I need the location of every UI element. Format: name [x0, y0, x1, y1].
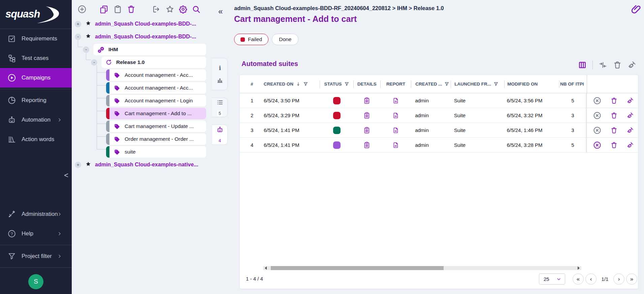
- tree-node-test[interactable]: Order management - Order ...: [72, 133, 210, 145]
- horizontal-scrollbar[interactable]: [263, 266, 581, 270]
- filter-icon[interactable]: [303, 81, 308, 87]
- report-icon[interactable]: [392, 142, 399, 149]
- column-header-report[interactable]: REPORT: [381, 80, 411, 88]
- report-icon[interactable]: [392, 112, 399, 119]
- attachments-icon[interactable]: [631, 4, 641, 15]
- sidebar-item-automation[interactable]: Automation: [0, 110, 72, 130]
- breadcrumb[interactable]: admin_Squash Cloud-examples-BDD-RF_20240…: [234, 5, 444, 11]
- tab-information[interactable]: i: [212, 58, 228, 90]
- collapse-icon[interactable]: -: [83, 46, 89, 53]
- tree-node-test-selected[interactable]: Cart management - Add to ...: [72, 107, 210, 120]
- suite-report-cell[interactable]: [380, 108, 411, 123]
- report-icon[interactable]: [392, 97, 399, 104]
- table-row[interactable]: 4 6/5/24, 1:41 PM admin Suite 6/5/24, 3:…: [240, 138, 638, 153]
- suite-report-cell[interactable]: [380, 123, 411, 137]
- table-row[interactable]: 3 6/5/24, 1:41 PM admin Suite 6/5/24, 1:…: [240, 123, 638, 138]
- sidebar-item-project-filter[interactable]: Project filter: [0, 247, 72, 266]
- clean-suites-icon[interactable]: [627, 61, 636, 69]
- delete-icon[interactable]: [610, 97, 618, 104]
- suite-details-cell[interactable]: [353, 138, 380, 152]
- column-header-created-by[interactable]: CREATED ...: [411, 80, 451, 88]
- scrollbar-thumb[interactable]: [271, 266, 444, 270]
- filter-icon[interactable]: [444, 81, 449, 87]
- user-avatar[interactable]: S: [28, 274, 43, 289]
- tree-node-iteration[interactable]: - Release 1.0: [72, 56, 210, 69]
- tree-node-test[interactable]: Account management - Acc...: [72, 81, 210, 94]
- details-icon[interactable]: [363, 112, 371, 119]
- column-header-details[interactable]: DETAILS: [354, 80, 380, 88]
- columns-icon[interactable]: [578, 61, 587, 69]
- delete-icon[interactable]: [610, 112, 618, 119]
- suite-report-cell[interactable]: [380, 138, 411, 152]
- collapse-icon[interactable]: -: [75, 34, 81, 40]
- collapse-icon[interactable]: -: [91, 59, 97, 66]
- add-node-icon[interactable]: [77, 5, 87, 14]
- scroll-right-icon[interactable]: [577, 266, 580, 270]
- collapse-tree-chevron[interactable]: «: [218, 7, 223, 16]
- table-row[interactable]: 2 6/5/24, 3:29 PM admin Suite 6/5/24, 3:…: [240, 108, 638, 123]
- last-page-button[interactable]: »: [626, 273, 637, 285]
- cancel-icon[interactable]: [593, 126, 602, 135]
- delete-icon[interactable]: [610, 127, 618, 134]
- favorites-icon[interactable]: [165, 5, 174, 14]
- tree-node-test[interactable]: Account management - Login: [72, 94, 210, 107]
- details-icon[interactable]: [363, 141, 371, 149]
- report-icon[interactable]: [392, 127, 399, 134]
- tree-node-test[interactable]: suite: [72, 145, 210, 158]
- details-icon[interactable]: [363, 97, 371, 104]
- sidebar-item-help[interactable]: ? Help: [0, 224, 72, 243]
- column-header-status[interactable]: STATUS: [320, 80, 353, 88]
- column-header-created-on[interactable]: CREATED ON: [260, 80, 320, 88]
- tree-node-project[interactable]: + admin_Squash Cloud-examples-native...: [72, 158, 210, 171]
- cancel-icon[interactable]: [593, 96, 602, 105]
- tree-node-folder[interactable]: - IHM: [72, 43, 210, 56]
- tab-test-plan[interactable]: 5: [212, 98, 228, 117]
- filter-icon[interactable]: [493, 81, 498, 87]
- sidebar-item-test-cases[interactable]: Test cases: [0, 48, 72, 68]
- done-status-chip[interactable]: Done: [272, 34, 298, 45]
- suite-details-cell[interactable]: [353, 108, 380, 123]
- next-page-button[interactable]: ›: [613, 273, 624, 285]
- sidebar-collapse-chevron[interactable]: <: [64, 171, 68, 180]
- delete-node-icon[interactable]: [127, 5, 136, 14]
- clean-icon[interactable]: [626, 141, 634, 149]
- column-header-modified-on[interactable]: MODIFIED ON: [505, 80, 559, 88]
- copy-icon[interactable]: [99, 5, 108, 14]
- expand-icon[interactable]: +: [75, 162, 81, 168]
- column-header-nb-itpi[interactable]: NB OF ITPI: [559, 80, 587, 88]
- squash-logo[interactable]: squash: [0, 0, 72, 29]
- sidebar-item-administration[interactable]: Administration: [0, 204, 72, 224]
- column-header-launched-from[interactable]: LAUNCHED FR...: [451, 80, 504, 88]
- clean-icon[interactable]: [626, 127, 634, 134]
- clean-icon[interactable]: [626, 112, 634, 119]
- consolidate-icon[interactable]: [599, 61, 607, 69]
- export-icon[interactable]: [152, 5, 161, 14]
- tab-automated-suites[interactable]: 4: [212, 125, 228, 145]
- suite-report-cell[interactable]: [380, 93, 411, 108]
- tree-node-test[interactable]: Account management - Acc...: [72, 69, 210, 81]
- clean-icon[interactable]: [626, 97, 634, 104]
- paste-icon[interactable]: [113, 5, 122, 14]
- suite-details-cell[interactable]: [353, 93, 380, 108]
- table-row[interactable]: 1 6/5/24, 3:50 PM admin Suite 6/5/24, 3:…: [240, 93, 638, 108]
- delete-icon[interactable]: [610, 141, 618, 149]
- column-header-number[interactable]: #: [240, 80, 260, 88]
- scroll-left-icon[interactable]: [264, 266, 267, 270]
- previous-page-button[interactable]: ‹: [585, 273, 597, 285]
- expand-icon[interactable]: +: [75, 21, 81, 27]
- sidebar-item-action-words[interactable]: Action words: [0, 130, 72, 149]
- filter-icon[interactable]: [344, 81, 349, 87]
- sort-down-icon[interactable]: [296, 81, 301, 87]
- sidebar-item-campaigns[interactable]: Campaigns: [0, 68, 72, 88]
- sidebar-item-reporting[interactable]: Reporting: [0, 91, 72, 110]
- settings-icon[interactable]: [179, 5, 188, 14]
- details-icon[interactable]: [363, 127, 371, 134]
- tree-node-project[interactable]: - admin_Squash Cloud-examples-BDD-...: [72, 30, 210, 43]
- cancel-icon[interactable]: [593, 111, 602, 120]
- sidebar-item-requirements[interactable]: Requirements: [0, 29, 72, 48]
- page-size-select[interactable]: 25: [539, 273, 565, 285]
- cancel-icon[interactable]: [593, 141, 602, 150]
- tree-node-test[interactable]: Cart management - Update ...: [72, 120, 210, 133]
- search-icon[interactable]: [192, 5, 201, 14]
- tree-node-project[interactable]: + admin_Squash Cloud-examples-BDD-...: [72, 18, 210, 30]
